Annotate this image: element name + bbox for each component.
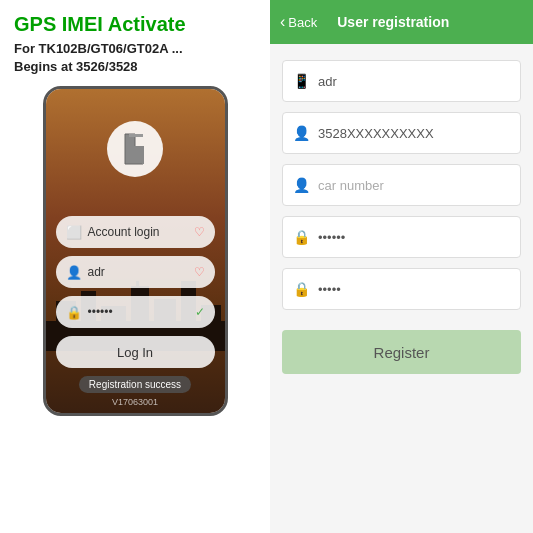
password-field[interactable]: 🔒 •••••• ✓	[56, 296, 215, 328]
left-panel: GPS IMEI Activate For TK102B/GT06/GT02A …	[0, 0, 270, 533]
success-badge: Registration success	[79, 376, 191, 393]
reg-car-field[interactable]: 👤 car number	[282, 164, 521, 206]
right-panel: ‹ Back User registration 📱 adr 👤 3528XXX…	[270, 0, 533, 533]
username-field[interactable]: 👤 adr ♡	[56, 256, 215, 288]
account-login-field[interactable]: ⬜ Account login ♡	[56, 216, 215, 248]
lock-icon-2: 🔒	[293, 281, 310, 297]
device-icon: 📱	[293, 73, 310, 89]
registration-body: 📱 adr 👤 3528XXXXXXXXXX 👤 car number 🔒 ••…	[270, 44, 533, 390]
version-text: V17063001	[46, 397, 225, 407]
person-icon-1: 👤	[293, 125, 310, 141]
account-icon: ⬜	[66, 225, 82, 240]
reg-device-field[interactable]: 📱 adr	[282, 60, 521, 102]
reg-imei-field[interactable]: 👤 3528XXXXXXXXXX	[282, 112, 521, 154]
favorite-icon-2: ♡	[194, 265, 205, 279]
lock-icon: 🔒	[66, 305, 82, 320]
check-icon: ✓	[195, 305, 205, 319]
back-arrow-icon: ‹	[280, 13, 285, 31]
reg-password-field[interactable]: 🔒 ••••••	[282, 216, 521, 258]
phone-mockup: ⬜ Account login ♡ 👤 adr ♡ 🔒 •••••• ✓ Log…	[43, 86, 228, 416]
back-button[interactable]: ‹ Back	[280, 13, 317, 31]
favorite-icon: ♡	[194, 225, 205, 239]
reg-confirm-password-field[interactable]: 🔒 •••••	[282, 268, 521, 310]
lock-icon-1: 🔒	[293, 229, 310, 245]
registration-header: ‹ Back User registration	[270, 0, 533, 44]
app-subtitle: For TK102B/GT06/GT02A ... Begins at 3526…	[14, 40, 256, 76]
phone-login-form: ⬜ Account login ♡ 👤 adr ♡ 🔒 •••••• ✓ Log…	[56, 216, 215, 393]
svg-rect-11	[129, 134, 143, 137]
person-icon-2: 👤	[293, 177, 310, 193]
login-button[interactable]: Log In	[56, 336, 215, 368]
register-button[interactable]: Register	[282, 330, 521, 374]
app-title: GPS IMEI Activate	[14, 12, 256, 36]
app-logo	[105, 119, 165, 179]
user-icon: 👤	[66, 265, 82, 280]
registration-title: User registration	[337, 14, 449, 30]
